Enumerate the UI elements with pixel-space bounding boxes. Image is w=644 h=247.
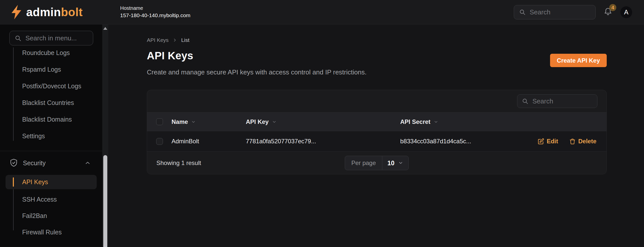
sidebar-item-api-keys[interactable]: API Keys: [6, 175, 97, 189]
table-footer: Showing 1 result Per page 10: [147, 152, 606, 174]
avatar[interactable]: A: [620, 6, 632, 18]
scrollbar-up-arrow-icon[interactable]: [103, 27, 107, 30]
per-page-label: Per page: [345, 156, 382, 170]
cell-api-key: 7781a0fa52077037ec79...: [246, 138, 400, 145]
main-content: API Keys List API Keys Create and manage…: [108, 24, 644, 247]
breadcrumb-root[interactable]: API Keys: [147, 37, 168, 43]
table-row: AdminBolt 7781a0fa52077037ec79... b8334c…: [147, 131, 606, 152]
per-page-select[interactable]: Per page 10: [345, 156, 409, 170]
brand-name: adminbolt: [26, 5, 83, 19]
topbar: adminbolt Hostname 157-180-40-140.mybolt…: [0, 0, 644, 24]
sidebar: Roundcube Logs Rspamd Logs Postfix/Dovec…: [0, 24, 102, 247]
sidebar-item-rspamd-logs[interactable]: Rspamd Logs: [0, 61, 102, 78]
active-item-marker: [13, 177, 14, 187]
sidebar-scrollbar[interactable]: [102, 24, 108, 247]
edit-pencil-icon: [537, 138, 544, 145]
sidebar-search: [9, 31, 93, 45]
per-page-value: 10: [387, 159, 394, 167]
chevron-up-icon: [84, 160, 91, 166]
sidebar-search-input[interactable]: [25, 34, 88, 42]
hostname-value: 157-180-40-140.myboltip.com: [120, 12, 190, 19]
brand-logo[interactable]: adminbolt: [11, 4, 83, 20]
hostname-label: Hostname: [120, 5, 190, 12]
column-header-api-key[interactable]: API Key: [246, 118, 277, 125]
sidebar-item-ssh-access[interactable]: SSH Access: [0, 191, 102, 208]
menu-guide-line: [13, 47, 14, 141]
chevron-down-icon: [272, 119, 277, 124]
breadcrumb-current: List: [181, 37, 189, 43]
page-title: API Keys: [147, 50, 366, 62]
sidebar-item-blacklist-domains[interactable]: Blacklist Domains: [0, 111, 102, 128]
notifications-button[interactable]: 4: [604, 7, 613, 17]
row-checkbox[interactable]: [156, 138, 163, 145]
lightning-bolt-icon: [11, 4, 22, 20]
cell-name: AdminBolt: [172, 138, 246, 145]
select-all-checkbox[interactable]: [156, 118, 163, 125]
sidebar-item-blacklist-countries[interactable]: Blacklist Countries: [0, 94, 102, 111]
chevron-down-icon: [398, 160, 403, 166]
shield-check-icon: [10, 158, 18, 168]
chevron-down-icon: [433, 119, 438, 124]
create-api-key-button[interactable]: Create API Key: [550, 54, 607, 67]
scrollbar-thumb[interactable]: [103, 155, 107, 247]
chevron-down-icon: [191, 119, 196, 124]
column-header-api-secret[interactable]: API Secret: [400, 118, 438, 125]
delete-button[interactable]: Delete: [569, 138, 596, 145]
breadcrumb: API Keys List: [147, 37, 607, 43]
chevron-right-icon: [173, 38, 177, 42]
cell-api-secret: b8334cc03a87d1d4ca5c...: [400, 138, 537, 145]
edit-button[interactable]: Edit: [537, 138, 558, 145]
trash-icon: [569, 138, 576, 145]
sidebar-item-firewall-rules[interactable]: Firewall Rules: [0, 224, 102, 240]
table-search: [517, 94, 597, 108]
sidebar-section-security[interactable]: Security: [0, 151, 102, 175]
global-search: [514, 5, 596, 19]
global-search-input[interactable]: [530, 8, 590, 16]
api-keys-table-card: Name API Key: [147, 90, 607, 174]
hostname-block: Hostname 157-180-40-140.myboltip.com: [120, 5, 190, 19]
sidebar-item-fail2ban[interactable]: Fail2Ban: [0, 208, 102, 224]
results-count: Showing 1 result: [156, 159, 201, 167]
search-icon: [519, 9, 526, 15]
sidebar-item-roundcube-logs[interactable]: Roundcube Logs: [0, 44, 102, 61]
column-header-name[interactable]: Name: [172, 118, 196, 125]
table-search-input[interactable]: [532, 97, 593, 105]
search-icon: [15, 35, 21, 42]
page-subtitle: Create and manage secure API keys with a…: [147, 68, 366, 76]
notification-badge: 4: [609, 4, 616, 11]
sidebar-section-label: Security: [23, 159, 46, 167]
search-icon: [522, 98, 528, 104]
table-header-row: Name API Key: [147, 112, 606, 131]
sidebar-item-settings[interactable]: Settings: [0, 128, 102, 144]
sidebar-item-postfix-dovecot-logs[interactable]: Postfix/Dovecot Logs: [0, 78, 102, 94]
